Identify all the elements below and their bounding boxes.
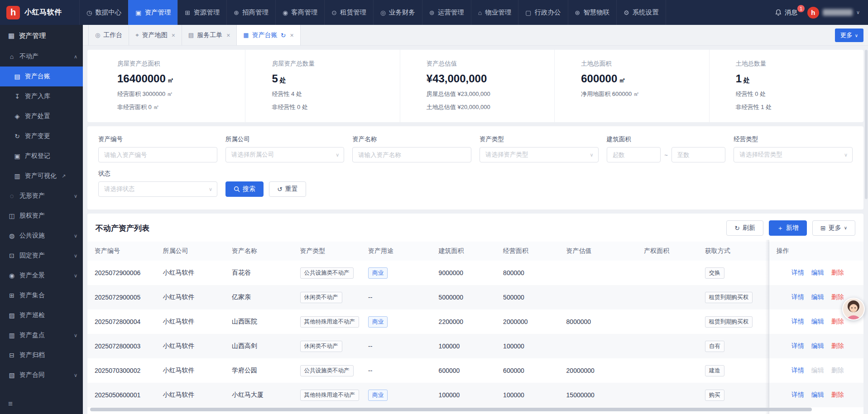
table-row: 2025070300002 小红马软件 学府公园 公共设施类不动产 -- 600… — [87, 358, 863, 383]
stat-detail: 房屋总估值 ¥23,000,000 — [427, 90, 550, 98]
sidebar-item-asset-panorama[interactable]: ◉ 资产全景 ∨ — [0, 266, 83, 286]
asset-type-select[interactable]: 请选择资产类型 ∨ — [480, 147, 599, 162]
sidebar-item-label: 资产合同 — [19, 371, 45, 379]
sidebar-item-asset-disposal[interactable]: ◈ 资产处置 — [0, 106, 83, 126]
cell-property-area — [637, 383, 697, 407]
nav-item-asset-mgmt[interactable]: ▣资产管理 — [128, 0, 177, 25]
sidebar-item-asset-contract[interactable]: ▧ 资产合同 ∨ — [0, 365, 83, 385]
tabs-more-button[interactable]: 更多 ∨ — [835, 29, 863, 42]
smart-iot-icon: ⊛ — [575, 9, 580, 16]
asset-type-tag: 公共设施类不动产 — [300, 267, 354, 279]
refresh-button-label: 刷新 — [743, 224, 755, 232]
search-button[interactable]: 搜索 — [225, 181, 264, 197]
operate-type-select[interactable]: 请选择经营类型 ∨ — [734, 147, 853, 162]
sidebar-item-label: 资产归档 — [19, 351, 45, 359]
tab-asset-ledger[interactable]: ▦ 资产台账 ↻ × — [237, 25, 300, 45]
detail-link[interactable]: 详情 — [791, 318, 804, 325]
sidebar-collapse-button[interactable]: ≡ — [0, 394, 83, 414]
nav-item-investment-mgmt[interactable]: ⊕招商管理 — [226, 0, 275, 25]
detail-link[interactable]: 详情 — [791, 293, 804, 300]
messages-button[interactable]: 消息 1 — [775, 9, 797, 17]
cell-build-area: 5000000 — [432, 285, 496, 309]
delete-link[interactable]: 删除 — [831, 391, 844, 398]
cell-operate-area: 500000 — [496, 285, 559, 309]
nav-item-merchant-mgmt[interactable]: ◉客商管理 — [275, 0, 324, 25]
nav-item-property-mgmt[interactable]: ⌂物业管理 — [471, 0, 518, 25]
nav-item-system-settings[interactable]: ⚙系统设置 — [616, 0, 666, 25]
sidebar-item-property-registration[interactable]: ▣ 产权登记 — [0, 146, 83, 166]
sidebar-item-asset-change[interactable]: ↻ 资产变更 — [0, 126, 83, 146]
vertical-scrollbar[interactable] — [865, 50, 868, 199]
nav-item-data-center[interactable]: ◷数据中心 — [79, 0, 128, 25]
assistant-avatar[interactable] — [842, 298, 865, 320]
delete-link[interactable]: 删除 — [831, 293, 844, 300]
sidebar-item-public-facilities[interactable]: ◍ 公共设施 ∨ — [0, 226, 83, 246]
status-select[interactable]: 请选择状态 ∨ — [98, 181, 217, 197]
detail-link[interactable]: 详情 — [791, 342, 804, 349]
sidebar-item-equity-assets[interactable]: ◫ 股权资产 — [0, 206, 83, 226]
delete-link[interactable]: 删除 — [831, 269, 844, 276]
edit-link[interactable]: 编辑 — [811, 391, 824, 398]
sidebar-item-asset-inbound[interactable]: ↧ 资产入库 — [0, 86, 83, 106]
cell-acquire-method: 租赁到期购买权 — [698, 309, 769, 334]
horizontal-scrollbar[interactable] — [90, 408, 812, 411]
delete-link[interactable]: 删除 — [831, 318, 844, 325]
refresh-button[interactable]: ↻ 刷新 — [726, 220, 763, 236]
tab-asset-map[interactable]: ⌖ 资产地图 × — [129, 25, 182, 45]
nav-item-lease-mgmt[interactable]: ⊙租赁管理 — [324, 0, 373, 25]
asset-name-input[interactable] — [352, 147, 471, 162]
chevron-down-icon: ∨ — [74, 372, 77, 378]
sidebar-item-asset-visualization[interactable]: ▥ 资产可视化 ↗ — [0, 166, 83, 186]
contract-icon: ▧ — [8, 371, 15, 379]
edit-link[interactable]: 编辑 — [811, 269, 824, 276]
cell-company: 小红马软件 — [156, 334, 225, 358]
add-button[interactable]: ＋ 新增 — [769, 220, 807, 236]
detail-link[interactable]: 详情 — [791, 269, 804, 276]
table-more-button[interactable]: ⊞ 更多 ∨ — [812, 220, 855, 236]
sidebar-item-asset-inventory[interactable]: ▥ 资产盘点 ∨ — [0, 325, 83, 345]
reset-button[interactable]: ↺ 重置 — [269, 181, 306, 197]
edit-link[interactable]: 编辑 — [811, 342, 824, 349]
nav-item-business-finance[interactable]: ◎业务财务 — [373, 0, 422, 25]
edit-link[interactable]: 编辑 — [811, 293, 824, 300]
tab-service-orders[interactable]: ▤ 服务工单 × — [182, 25, 237, 45]
sidebar-item-asset-ledger[interactable]: ▤ 资产台账 — [0, 67, 83, 86]
chevron-down-icon: ∨ — [74, 273, 77, 279]
asset-module-icon: ▦ — [8, 32, 14, 40]
merchant-mgmt-icon: ◉ — [283, 9, 288, 16]
tab-workbench[interactable]: ◎ 工作台 — [88, 25, 129, 45]
user-menu[interactable]: h ∨ — [807, 7, 860, 19]
field-label: 建筑面积 — [607, 135, 726, 143]
nav-item-operations-mgmt[interactable]: ⊚运营管理 — [422, 0, 471, 25]
cell-company: 小红马软件 — [156, 358, 225, 383]
cell-operate-area: 800000 — [496, 261, 559, 285]
stat-label: 土地总数量 — [736, 60, 859, 68]
app-logo[interactable]: h 小红马软件 — [0, 0, 79, 25]
build-area-max-input[interactable] — [671, 147, 726, 162]
nav-item-smart-iot[interactable]: ⊛智慧物联 — [568, 0, 617, 25]
sidebar-item-asset-collection[interactable]: ⊞ 资产集合 — [0, 286, 83, 305]
cell-actions: 详情 编辑 删除 — [769, 334, 863, 358]
refresh-tab-icon[interactable]: ↻ — [281, 32, 286, 39]
close-icon[interactable]: × — [290, 32, 293, 39]
app-root: h 小红马软件 ◷数据中心 ▣资产管理 ⊞资源管理 ⊕招商管理 ◉客商管理 ⊙租… — [0, 0, 868, 414]
nav-item-admin-office[interactable]: ▢行政办公 — [518, 0, 567, 25]
sidebar-item-real-estate[interactable]: ⌂ 不动产 ∧ — [0, 47, 83, 67]
table-row: 2025072900005 小红马软件 亿家亲 休闲类不动产 -- 500000… — [87, 285, 863, 309]
detail-link[interactable]: 详情 — [791, 366, 804, 374]
edit-link[interactable]: 编辑 — [811, 318, 824, 325]
range-separator: ~ — [664, 152, 668, 158]
sidebar-item-asset-inspection[interactable]: ▨ 资产巡检 — [0, 305, 83, 325]
close-icon[interactable]: × — [226, 32, 230, 39]
close-icon[interactable]: × — [172, 32, 175, 39]
sidebar-item-intangible-assets[interactable]: ◌ 无形资产 ∨ — [0, 186, 83, 206]
sidebar-item-fixed-assets[interactable]: ⊡ 固定资产 ∨ — [0, 246, 83, 266]
asset-code-input[interactable] — [98, 147, 217, 162]
build-area-min-input[interactable] — [607, 147, 661, 162]
nav-item-resource-mgmt[interactable]: ⊞资源管理 — [177, 0, 226, 25]
detail-link[interactable]: 详情 — [791, 391, 804, 398]
sidebar-item-asset-archive[interactable]: ⊟ 资产归档 — [0, 345, 83, 365]
company-select[interactable]: 请选择所属公司 ∨ — [225, 147, 345, 162]
cell-asset-code: 2025072800003 — [87, 334, 156, 358]
delete-link[interactable]: 删除 — [831, 342, 844, 349]
